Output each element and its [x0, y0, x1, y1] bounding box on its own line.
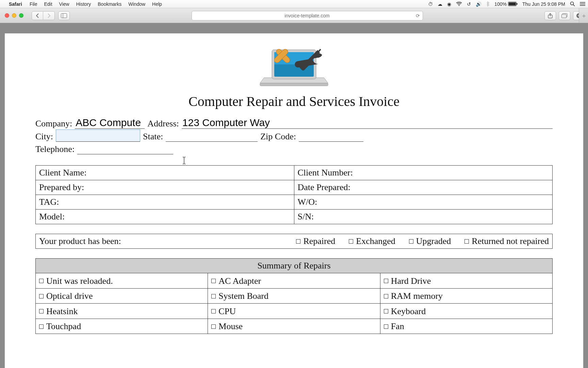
battery-status[interactable]: 100%	[494, 1, 518, 7]
wifi-icon[interactable]	[456, 2, 462, 6]
sidebar-button[interactable]	[58, 11, 70, 20]
status-lead: Your product has been:	[39, 236, 121, 246]
table-row: Your product has been: Repaired Exchange…	[36, 234, 553, 249]
menu-edit[interactable]: Edit	[40, 1, 55, 7]
cell-tag[interactable]: TAG:	[36, 195, 294, 210]
record-icon[interactable]: ◉	[447, 1, 451, 7]
repair-cell[interactable]: Heatsink	[36, 304, 208, 319]
company-field[interactable]	[75, 117, 145, 129]
tabs-button[interactable]	[559, 11, 570, 20]
repair-cell[interactable]: System Board	[208, 288, 380, 304]
url-text: invoice-template.com	[284, 13, 329, 18]
repair-label: Mouse	[218, 321, 243, 332]
repair-label: Keyboard	[391, 306, 426, 317]
checkbox-exchanged[interactable]: Exchanged	[349, 236, 395, 246]
fullscreen-window-button[interactable]	[19, 13, 23, 18]
state-field[interactable]	[166, 130, 258, 142]
repair-cell[interactable]: CPU	[208, 304, 380, 319]
timer-icon[interactable]: ⏱	[428, 1, 433, 7]
spotlight-icon[interactable]	[570, 1, 575, 6]
cloud-icon[interactable]: ☁	[438, 1, 442, 7]
repair-cell[interactable]: Unit was reloaded.	[36, 273, 208, 289]
app-name[interactable]: Safari	[9, 1, 26, 7]
macos-menubar: Safari File Edit View History Bookmarks …	[0, 0, 588, 8]
summary-header: Summary of Repairs	[36, 259, 553, 273]
checkbox-repaired[interactable]: Repaired	[296, 236, 335, 246]
menu-window[interactable]: Window	[125, 1, 149, 7]
repair-cell[interactable]: RAM memory	[380, 288, 552, 304]
cell-client-number[interactable]: Client Number:	[294, 166, 553, 180]
svg-rect-16	[260, 83, 328, 86]
company-header-block: Company: Address: City: State: Zip Code:…	[35, 117, 553, 154]
menu-file[interactable]: File	[26, 1, 41, 7]
back-button[interactable]	[32, 11, 43, 20]
repair-label: CPU	[218, 306, 236, 317]
invoice-document: Computer Repair and Services Invoice Com…	[5, 33, 583, 368]
cell-wo[interactable]: W/O:	[294, 195, 553, 210]
new-tab-button[interactable]: ＋	[579, 8, 588, 23]
table-row: Optical drive System Board RAM memory	[36, 288, 553, 304]
repair-cell[interactable]: Hard Drive	[380, 273, 552, 289]
repair-cell[interactable]: Mouse	[208, 319, 380, 334]
label-address: Address:	[147, 119, 179, 129]
table-row: TAG: W/O:	[36, 195, 553, 210]
document-title: Computer Repair and Services Invoice	[35, 93, 553, 109]
repair-label: Unit was reloaded.	[46, 276, 113, 286]
repair-label: System Board	[218, 291, 268, 301]
address-field[interactable]	[182, 117, 553, 129]
table-row: Touchpad Mouse Fan	[36, 319, 553, 334]
checkbox-label: Repaired	[303, 236, 335, 246]
checkbox-returned[interactable]: Returned not repaired	[464, 236, 549, 246]
repair-cell[interactable]: Fan	[380, 319, 552, 334]
menu-help[interactable]: Help	[149, 1, 165, 7]
svg-rect-9	[61, 13, 67, 18]
city-field[interactable]	[56, 129, 140, 142]
cell-date-prepared[interactable]: Date Prepared:	[294, 180, 553, 195]
svg-rect-2	[509, 2, 516, 5]
telephone-field[interactable]	[77, 142, 173, 154]
table-row: Unit was reloaded. AC Adapter Hard Drive	[36, 273, 553, 289]
menu-bookmarks[interactable]: Bookmarks	[94, 1, 125, 7]
battery-percent: 100%	[494, 1, 507, 7]
text-cursor-icon	[182, 156, 553, 164]
zip-field[interactable]	[299, 130, 363, 142]
repair-label: Heatsink	[46, 306, 78, 317]
cell-client-name[interactable]: Client Name:	[36, 166, 294, 180]
cell-sn[interactable]: S/N:	[294, 210, 553, 224]
browser-viewport[interactable]: Computer Repair and Services Invoice Com…	[0, 23, 588, 368]
cell-model[interactable]: Model:	[36, 210, 294, 224]
window-controls	[5, 13, 23, 18]
repair-cell[interactable]: Optical drive	[36, 288, 208, 304]
menu-history[interactable]: History	[73, 1, 95, 7]
volume-icon[interactable]: 🔊	[476, 1, 481, 7]
table-row: Client Name: Client Number:	[36, 166, 553, 180]
repair-cell[interactable]: AC Adapter	[208, 273, 380, 289]
menubar-status-area: ⏱ ☁ ◉ ↺ 🔊 100% Thu Jun 25 9:08 PM	[428, 1, 585, 7]
table-row: Prepared by: Date Prepared:	[36, 180, 553, 195]
bluetooth-icon[interactable]	[486, 1, 490, 6]
table-row: Model: S/N:	[36, 210, 553, 224]
address-bar[interactable]: invoice-template.com ⟳	[192, 11, 423, 20]
share-button[interactable]	[544, 11, 556, 20]
repair-cell[interactable]: Touchpad	[36, 319, 208, 334]
notification-center-icon[interactable]	[580, 2, 585, 6]
cell-prepared-by[interactable]: Prepared by:	[36, 180, 294, 195]
table-row: Summary of Repairs	[36, 259, 553, 273]
menubar-clock[interactable]: Thu Jun 25 9:08 PM	[522, 1, 565, 7]
label-company: Company:	[35, 119, 72, 129]
svg-rect-13	[562, 14, 567, 18]
label-state: State:	[143, 132, 163, 142]
checkbox-upgraded[interactable]: Upgraded	[409, 236, 451, 246]
repair-cell[interactable]: Keyboard	[380, 304, 552, 319]
minimize-window-button[interactable]	[12, 13, 16, 18]
repair-label: AC Adapter	[218, 276, 261, 286]
forward-button[interactable]	[43, 11, 55, 20]
checkbox-label: Exchanged	[356, 236, 395, 246]
label-zip: Zip Code:	[260, 132, 296, 142]
reload-icon[interactable]: ⟳	[416, 13, 420, 18]
menu-view[interactable]: View	[56, 1, 73, 7]
timemachine-icon[interactable]: ↺	[467, 1, 471, 7]
table-row: Heatsink CPU Keyboard	[36, 304, 553, 319]
repair-label: RAM memory	[391, 291, 443, 301]
close-window-button[interactable]	[5, 13, 9, 18]
